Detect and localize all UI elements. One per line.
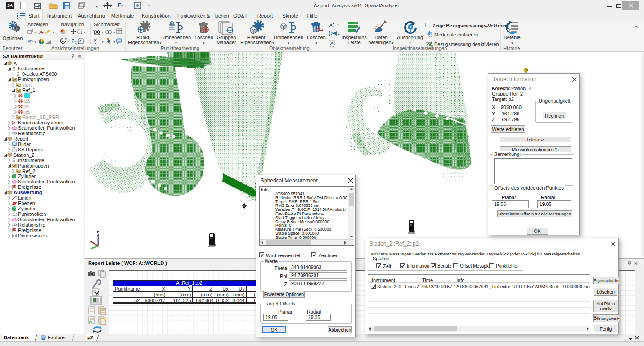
svg-text:▼: ▼ xyxy=(34,31,36,34)
svg-text:p5: p5 xyxy=(24,109,30,114)
svg-text:Zylinder: Zylinder xyxy=(18,173,36,179)
svg-text:Dimensionen: Dimensionen xyxy=(18,233,47,238)
svg-text:Scanstreifen Punktwolken: Scanstreifen Punktwolken xyxy=(18,217,75,222)
svg-text:Scanstreifen Punktwolken: Scanstreifen Punktwolken xyxy=(18,125,75,131)
svg-text:Punktgruppen: Punktgruppen xyxy=(18,163,49,168)
svg-text:▼: ▼ xyxy=(113,41,116,44)
svg-text:▼: ▼ xyxy=(67,31,69,34)
svg-text:p3: p3 xyxy=(24,98,30,104)
svg-text:0-Leica ATS600: 0-Leica ATS600 xyxy=(22,71,57,77)
svg-text:F: F xyxy=(72,39,74,44)
svg-text:Report: Report xyxy=(14,136,28,141)
svg-text:Ereignisse: Ereignisse xyxy=(18,184,41,190)
svg-text:Ref_2: Ref_2 xyxy=(22,168,35,174)
svg-text:Bilder: Bilder xyxy=(18,141,31,147)
svg-text:▼: ▼ xyxy=(101,31,104,34)
svg-text:▼: ▼ xyxy=(113,31,116,34)
svg-text:A: A xyxy=(62,40,64,43)
svg-text:start: start xyxy=(22,82,32,87)
svg-text:▼: ▼ xyxy=(338,33,340,36)
svg-text:Linien: Linien xyxy=(18,195,31,200)
svg-text:Scanstreifen Punktwolken: Scanstreifen Punktwolken xyxy=(18,179,75,184)
svg-text:Punktgruppen: Punktgruppen xyxy=(18,77,49,82)
svg-text:Instrumente: Instrumente xyxy=(18,158,44,163)
svg-text:Relationship: Relationship xyxy=(18,222,45,228)
svg-text:Relationship: Relationship xyxy=(18,131,45,136)
svg-text:2: 2 xyxy=(75,41,77,44)
svg-text:▼: ▼ xyxy=(101,41,104,44)
svg-text:A: A xyxy=(14,61,17,66)
svg-text:Punktwolken: Punktwolken xyxy=(18,211,46,217)
svg-text:▼: ▼ xyxy=(67,41,69,43)
svg-text:z: z xyxy=(97,230,99,234)
svg-text:Rumpf_SB_PER: Rumpf_SB_PER xyxy=(22,114,59,120)
svg-text:Koordinatensysteme: Koordinatensysteme xyxy=(18,120,63,125)
svg-text:Ereignisse: Ereignisse xyxy=(18,228,41,233)
svg-text:Ebenen: Ebenen xyxy=(18,200,35,206)
svg-text:Zylinder: Zylinder xyxy=(18,206,36,211)
svg-text:Auswertung: Auswertung xyxy=(14,190,42,195)
svg-text:SA Reporte: SA Reporte xyxy=(18,147,43,152)
svg-text:p4: p4 xyxy=(24,104,30,109)
svg-text:▼: ▼ xyxy=(34,41,36,44)
svg-text:Ref_1: Ref_1 xyxy=(22,87,35,93)
svg-text:i: i xyxy=(16,27,17,31)
svg-text:Instrumente: Instrumente xyxy=(18,66,44,71)
svg-text:Station_2: Station_2 xyxy=(14,152,34,158)
svg-text:▼: ▼ xyxy=(52,31,55,34)
svg-text:▼: ▼ xyxy=(337,24,339,27)
svg-text:▼: ▼ xyxy=(83,31,86,34)
